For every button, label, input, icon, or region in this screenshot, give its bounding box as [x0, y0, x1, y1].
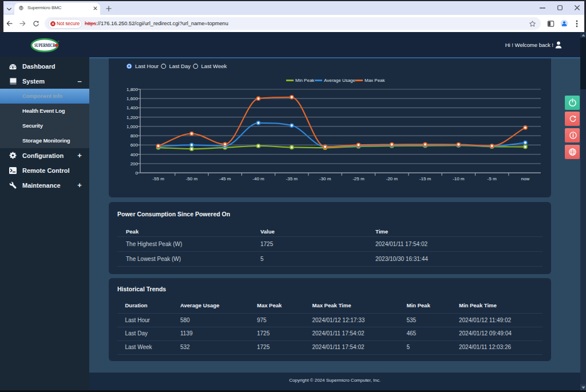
svg-text:600: 600: [130, 142, 138, 148]
svg-text:now: now: [521, 176, 530, 181]
svg-text:1,000: 1,000: [126, 124, 138, 129]
svg-text:1,200: 1,200: [126, 115, 138, 120]
svg-text:1,600: 1,600: [126, 96, 138, 101]
svg-text:800: 800: [130, 133, 138, 138]
svg-text:-10 m: -10 m: [453, 176, 465, 181]
svg-text:-25 m: -25 m: [353, 176, 365, 181]
svg-text:-35 m: -35 m: [286, 176, 298, 181]
svg-text:400: 400: [130, 152, 138, 157]
svg-text:1,800: 1,800: [126, 87, 138, 92]
svg-text:-45 m: -45 m: [219, 176, 231, 181]
svg-text:-30 m: -30 m: [319, 176, 331, 181]
svg-text:-15 m: -15 m: [419, 176, 431, 181]
svg-text:1,400: 1,400: [126, 105, 138, 110]
svg-text:-50 m: -50 m: [186, 176, 198, 181]
svg-text:-40 m: -40 m: [252, 176, 264, 181]
svg-text:-5 m: -5 m: [488, 176, 497, 181]
svg-text:0: 0: [136, 171, 138, 176]
svg-text:-55 m: -55 m: [152, 176, 164, 181]
svg-text:-20 m: -20 m: [386, 176, 398, 181]
svg-text:200: 200: [130, 161, 138, 167]
